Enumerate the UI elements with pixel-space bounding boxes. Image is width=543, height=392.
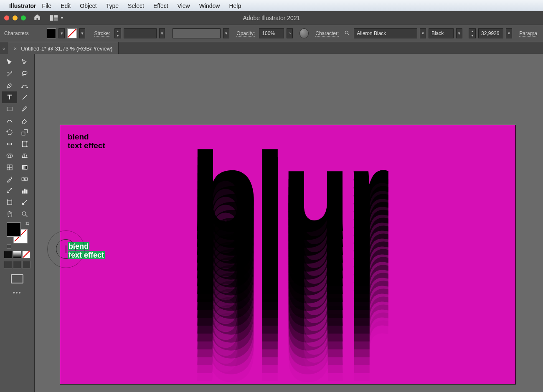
svg-rect-13 xyxy=(23,142,27,147)
svg-line-36 xyxy=(25,215,28,217)
color-mode-gradient[interactable] xyxy=(13,251,21,258)
tool-width[interactable] xyxy=(2,138,17,150)
tool-scale[interactable] xyxy=(17,126,32,138)
tool-free-transform[interactable] xyxy=(17,138,32,150)
artboard[interactable]: blend text effect blend text effect blur… xyxy=(60,125,516,384)
recolor-icon[interactable] xyxy=(299,28,309,38)
tool-shaper[interactable] xyxy=(2,115,17,126)
variable-width-dropdown[interactable]: ▼ xyxy=(223,28,229,38)
tool-magic-wand[interactable] xyxy=(2,68,17,80)
tool-perspective[interactable] xyxy=(17,150,32,162)
tool-direct-selection[interactable] xyxy=(17,56,32,68)
paragraph-label[interactable]: Paragra xyxy=(519,30,537,37)
font-family-dropdown[interactable]: ▼ xyxy=(420,28,426,38)
menu-type[interactable]: Type xyxy=(106,3,119,9)
workspace: ⇆ ••• blend text effect blend text effec… xyxy=(0,54,543,392)
font-size-field[interactable]: 32,9926 xyxy=(478,28,503,38)
fill-dropdown[interactable]: ▼ xyxy=(58,28,65,38)
variable-width-profile[interactable] xyxy=(173,28,221,38)
tool-lasso[interactable] xyxy=(17,68,32,80)
color-mode-none[interactable] xyxy=(22,251,30,258)
draw-inside[interactable] xyxy=(22,261,30,268)
opacity-label[interactable]: Opacity: xyxy=(236,30,255,37)
svg-point-28 xyxy=(7,191,9,193)
draw-normal[interactable] xyxy=(4,261,12,268)
font-family-field[interactable]: Aileron Black xyxy=(354,28,417,38)
text-object-1[interactable]: blend text effect xyxy=(68,133,105,150)
selection-mode: Characters xyxy=(4,30,29,36)
stroke-label[interactable]: Stroke: xyxy=(94,30,110,37)
opacity-field[interactable]: 100% xyxy=(259,28,284,38)
menu-object[interactable]: Object xyxy=(80,3,96,9)
tool-gradient[interactable] xyxy=(17,162,32,173)
menu-help[interactable]: Help xyxy=(229,3,241,9)
tool-curvature[interactable] xyxy=(17,80,32,91)
edit-toolbar-icon[interactable]: ••• xyxy=(13,289,22,296)
menu-window[interactable]: Window xyxy=(199,3,220,9)
tool-rectangle[interactable] xyxy=(2,103,17,115)
tool-eraser[interactable] xyxy=(17,115,32,126)
svg-rect-24 xyxy=(22,166,27,169)
draw-behind[interactable] xyxy=(13,261,21,268)
tool-brush[interactable] xyxy=(17,103,32,115)
tool-slice[interactable] xyxy=(17,197,32,208)
control-panel: Characters ▼ ▼ Stroke: ▲▼ ▼ ▼ Opacity: 1… xyxy=(0,25,543,42)
tool-rotate[interactable] xyxy=(2,126,17,138)
tool-type[interactable] xyxy=(2,91,17,103)
character-label[interactable]: Character: xyxy=(315,30,339,37)
font-size-stepper[interactable]: ▲▼ xyxy=(469,28,476,38)
svg-rect-30 xyxy=(24,189,25,194)
fill-box[interactable] xyxy=(7,223,21,237)
menu-edit[interactable]: Edit xyxy=(61,3,71,9)
svg-rect-26 xyxy=(25,178,28,180)
tool-line[interactable] xyxy=(17,91,32,103)
opacity-dropdown[interactable]: > xyxy=(287,28,293,38)
tool-symbol-sprayer[interactable] xyxy=(2,185,17,197)
canvas[interactable]: blend text effect blend text effect blur… xyxy=(35,54,543,392)
svg-line-9 xyxy=(23,95,27,100)
home-icon[interactable] xyxy=(33,13,41,23)
svg-point-15 xyxy=(26,142,27,142)
tool-eyedropper[interactable] xyxy=(2,173,17,185)
svg-rect-31 xyxy=(26,190,27,193)
tool-mesh[interactable] xyxy=(2,162,17,173)
stroke-weight-dropdown[interactable]: ▼ xyxy=(159,28,165,38)
tool-selection[interactable] xyxy=(2,56,17,68)
tool-zoom[interactable] xyxy=(17,208,32,220)
fill-stroke-control[interactable]: ⇆ xyxy=(7,223,28,243)
tool-column-graph[interactable] xyxy=(17,185,32,197)
close-window[interactable] xyxy=(4,15,9,20)
font-size-dropdown[interactable]: ▼ xyxy=(506,28,512,38)
tool-hand[interactable] xyxy=(2,208,17,220)
app-name[interactable]: Illustrator xyxy=(9,3,36,9)
tool-shape-builder[interactable] xyxy=(2,150,17,162)
menu-select[interactable]: Select xyxy=(128,3,144,9)
font-style-dropdown[interactable]: ▼ xyxy=(456,28,462,38)
close-tab-icon[interactable]: × xyxy=(14,46,17,52)
menu-effect[interactable]: Effect xyxy=(153,3,168,9)
blend-text-object[interactable]: blurblurblurblurblurblurblurblurblurblur… xyxy=(190,136,407,382)
collapse-panels-icon[interactable]: ‹‹ xyxy=(0,46,8,51)
workspace-switcher[interactable]: ▼ xyxy=(50,15,64,21)
tool-artboard[interactable] xyxy=(2,197,17,208)
stroke-dropdown[interactable]: ▼ xyxy=(79,28,86,38)
stroke-weight-stepper[interactable]: ▲▼ xyxy=(114,28,122,38)
svg-point-8 xyxy=(27,87,28,88)
screen-mode-icon[interactable] xyxy=(11,274,23,283)
maximize-window[interactable] xyxy=(21,15,26,20)
tool-blend[interactable] xyxy=(17,173,32,185)
text-object-2-selected[interactable]: blend text effect xyxy=(68,242,105,259)
swap-fill-stroke-icon[interactable]: ⇆ xyxy=(25,221,29,226)
fill-swatch[interactable] xyxy=(47,28,56,38)
font-style-field[interactable]: Black xyxy=(429,28,454,38)
tool-pen[interactable] xyxy=(2,80,17,91)
stroke-weight-field[interactable] xyxy=(124,28,156,38)
menu-view[interactable]: View xyxy=(178,3,190,9)
default-fill-stroke-icon[interactable] xyxy=(7,244,11,249)
draw-mode-row xyxy=(4,261,30,268)
color-mode-solid[interactable] xyxy=(4,251,12,258)
menu-file[interactable]: File xyxy=(42,3,52,9)
document-tab[interactable]: × Untitled-1* @ 31,73 % (RGB/Preview) xyxy=(8,42,119,55)
minimize-window[interactable] xyxy=(13,15,18,20)
stroke-swatch[interactable] xyxy=(67,28,76,38)
